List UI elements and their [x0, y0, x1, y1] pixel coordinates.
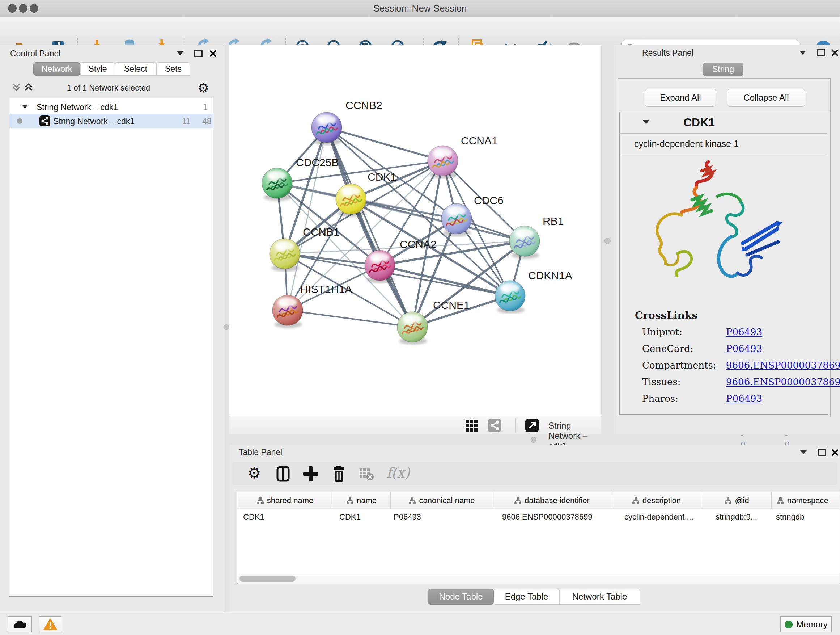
- table-cell[interactable]: stringdb: [772, 510, 840, 524]
- right-splitter[interactable]: [601, 45, 614, 434]
- table-cell[interactable]: CDK1: [332, 510, 397, 524]
- tab-node-table[interactable]: Node Table: [428, 589, 494, 605]
- network-edge[interactable]: [380, 265, 510, 296]
- crosslink-link[interactable]: 9606.ENSP00000378699: [726, 360, 840, 371]
- bottom-splitter[interactable]: [229, 434, 840, 445]
- delete-column-icon[interactable]: [331, 465, 347, 482]
- memory-button[interactable]: Memory: [780, 616, 832, 632]
- table-scrollbar-thumb[interactable]: [240, 576, 295, 582]
- network-name: String Network – cdk1: [53, 117, 134, 126]
- control-panel-close-icon[interactable]: [209, 49, 218, 58]
- network-node-CCNA1[interactable]: CCNA1: [428, 135, 498, 179]
- network-node-CCNE1[interactable]: CCNE1: [397, 299, 470, 345]
- table-panel-title: Table Panel: [239, 448, 282, 457]
- crosslink-row: Tissues: 9606.ENSP00000378699: [642, 377, 681, 387]
- node-label-CCNB2: CCNB2: [346, 99, 382, 111]
- table-cell[interactable]: P06493: [391, 510, 495, 524]
- network-options-gear-icon[interactable]: ⚙: [197, 80, 209, 95]
- tab-sets[interactable]: Sets: [156, 62, 190, 76]
- tab-network[interactable]: Network: [33, 62, 80, 76]
- gene-collapse-icon[interactable]: [643, 120, 649, 124]
- collapse-all-networks-icon[interactable]: [11, 82, 21, 93]
- network-share-view-icon[interactable]: [488, 418, 501, 432]
- tab-string[interactable]: String: [703, 63, 744, 76]
- tab-network-table[interactable]: Network Table: [559, 589, 640, 605]
- column-header-namespace[interactable]: namespace: [772, 492, 840, 509]
- column-header-shared-name[interactable]: shared name: [238, 492, 332, 509]
- network-node-CDKN1A[interactable]: CDKN1A: [495, 269, 572, 314]
- crosslink-link[interactable]: 9606.ENSP00000378699: [726, 377, 840, 387]
- column-header-name[interactable]: name: [332, 492, 391, 509]
- control-panel-float-icon[interactable]: [194, 50, 202, 57]
- grid-view-icon[interactable]: [465, 419, 477, 432]
- collection-expand-icon[interactable]: [22, 105, 28, 109]
- column-header-canonical-name[interactable]: canonical name: [391, 492, 493, 509]
- column-type-icon: [346, 497, 354, 504]
- network-canvas[interactable]: CCNB2CCNA1CDC25BCDK1CDC6RB1CCNB1CCNA2CDK…: [229, 45, 601, 416]
- network-edge[interactable]: [287, 310, 412, 327]
- right-splitter-handle[interactable]: [605, 238, 611, 244]
- column-header-description[interactable]: description: [611, 492, 702, 509]
- table-cell[interactable]: 9606.ENSP00000378699: [493, 510, 619, 524]
- column-header-id[interactable]: @id: [702, 492, 772, 509]
- network-node-HIST1H1A[interactable]: HIST1H1A: [272, 283, 352, 328]
- table-panel-float-icon[interactable]: [818, 448, 826, 456]
- crosslink-row: Pharos: P06493: [642, 393, 678, 404]
- node-label-CCNA1: CCNA1: [461, 135, 498, 147]
- node-label-CDC6: CDC6: [474, 195, 504, 206]
- node-label-RB1: RB1: [543, 215, 564, 227]
- cloud-status-button[interactable]: [8, 616, 32, 632]
- tab-edge-table[interactable]: Edge Table: [494, 589, 559, 605]
- network-edge[interactable]: [277, 183, 456, 219]
- table-settings-gear-icon[interactable]: ⚙: [248, 464, 261, 482]
- function-builder-icon[interactable]: f(x): [386, 465, 410, 481]
- tab-style[interactable]: Style: [80, 62, 115, 76]
- network-collection-row[interactable]: String Network – cdk1 1: [9, 100, 213, 114]
- bottom-splitter-handle[interactable]: [531, 437, 536, 443]
- crosslink-label: Uniprot:: [642, 326, 682, 337]
- expand-all-networks-icon[interactable]: [24, 82, 33, 93]
- network-node-count: 11: [182, 117, 191, 126]
- column-type-icon: [256, 497, 264, 504]
- tab-select[interactable]: Select: [115, 62, 156, 76]
- network-node-CCNB2[interactable]: CCNB2: [311, 99, 382, 145]
- table-panel-menu-icon[interactable]: [800, 450, 807, 454]
- gene-symbol: CDK1: [684, 116, 715, 129]
- node-label-CDC25B: CDC25B: [296, 157, 339, 168]
- warnings-button[interactable]: [39, 616, 62, 632]
- table-cell[interactable]: cyclin-dependent ...: [611, 510, 715, 524]
- crosslink-link[interactable]: P06493: [726, 326, 762, 337]
- control-panel-menu-icon[interactable]: [177, 51, 183, 55]
- column-header-database-identifier[interactable]: database identifier: [493, 492, 611, 509]
- add-column-icon[interactable]: [302, 466, 319, 482]
- column-type-icon: [409, 497, 416, 504]
- network-row-selected[interactable]: String Network – cdk1 11 48: [9, 114, 213, 128]
- network-graph[interactable]: CCNB2CCNA1CDC25BCDK1CDC6RB1CCNB1CCNA2CDK…: [229, 45, 601, 416]
- network-node-CDC6[interactable]: CDC6: [441, 195, 504, 236]
- results-panel-float-icon[interactable]: [817, 49, 825, 57]
- left-splitter-handle[interactable]: [224, 325, 229, 330]
- results-panel-close-icon[interactable]: [831, 49, 839, 57]
- expand-all-button[interactable]: Expand All: [645, 89, 716, 107]
- collection-count: 1: [203, 103, 208, 112]
- collapse-all-button[interactable]: Collapse All: [727, 89, 805, 107]
- show-columns-icon[interactable]: [275, 466, 292, 482]
- clear-table-icon[interactable]: [359, 467, 376, 481]
- table-panel-close-icon[interactable]: [831, 448, 839, 457]
- column-type-icon: [724, 497, 731, 504]
- crosslink-link[interactable]: P06493: [726, 393, 762, 404]
- left-splitter[interactable]: [223, 45, 229, 612]
- node-table: shared name name canonical name database…: [237, 492, 840, 584]
- network-node-RB1[interactable]: RB1: [509, 215, 564, 259]
- crosslink-link[interactable]: P06493: [726, 343, 762, 354]
- table-cell[interactable]: CDK1: [238, 510, 337, 524]
- results-panel-menu-icon[interactable]: [799, 51, 806, 55]
- detach-view-icon[interactable]: [525, 418, 539, 432]
- table-panel: Table Panel ⚙ f(x) shared name name cano…: [229, 445, 840, 612]
- table-horizontal-scrollbar[interactable]: [238, 574, 840, 584]
- control-panel-title: Control Panel: [10, 49, 60, 59]
- node-label-HIST1H1A: HIST1H1A: [300, 283, 352, 295]
- node-label-CCNB1: CCNB1: [303, 226, 340, 238]
- network-list: String Network – cdk1 1 String Network –…: [9, 98, 213, 597]
- protein-structure-image: [634, 157, 804, 301]
